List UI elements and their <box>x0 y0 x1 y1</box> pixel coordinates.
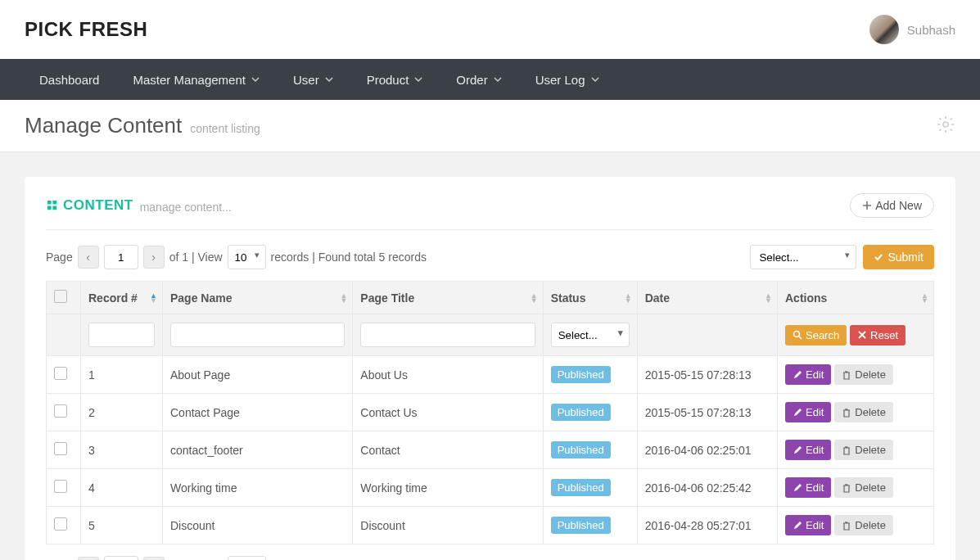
bulk-action-select[interactable]: Select... <box>750 245 856 269</box>
cell-status: Published <box>543 507 637 544</box>
content-icon <box>46 199 58 211</box>
nav-master-management[interactable]: Master Management <box>118 59 274 100</box>
delete-button[interactable]: Delete <box>834 364 893 385</box>
select-all-checkbox[interactable] <box>54 290 67 303</box>
panel-subtitle: manage content... <box>140 201 232 214</box>
nav-order[interactable]: Order <box>441 59 516 100</box>
cell-page-name: Working time <box>163 469 353 507</box>
cell-status: Published <box>543 431 637 469</box>
panel-title-text: CONTENT <box>63 197 133 214</box>
delete-button[interactable]: Delete <box>834 477 893 498</box>
header-actions: Actions▲▼ <box>777 282 933 314</box>
header-status[interactable]: Status▲▼ <box>543 282 637 314</box>
row-checkbox[interactable] <box>54 404 67 418</box>
cell-actions: Edit Delete <box>777 394 933 431</box>
edit-icon <box>793 370 802 380</box>
cell-date: 2016-04-28 05:27:01 <box>637 507 777 544</box>
page-input[interactable] <box>104 556 138 560</box>
cell-page-name: Discount <box>163 507 353 544</box>
edit-button[interactable]: Edit <box>785 477 831 498</box>
page-label: Page <box>46 251 73 264</box>
search-icon <box>793 330 802 340</box>
settings-gear-icon[interactable] <box>936 115 955 137</box>
trash-icon <box>842 521 851 531</box>
page-next-button[interactable]: › <box>143 557 165 560</box>
chevron-down-icon <box>494 75 502 84</box>
trash-icon <box>842 408 851 418</box>
nav-dashboard[interactable]: Dashboard <box>25 59 114 100</box>
page-subtitle: content listing <box>190 122 260 135</box>
edit-button[interactable]: Edit <box>785 515 831 535</box>
cell-actions: Edit Delete <box>777 356 933 394</box>
panel-header: CONTENT manage content... Add New <box>46 193 934 230</box>
nav-user[interactable]: User <box>278 59 348 100</box>
add-new-button[interactable]: Add New <box>850 193 934 218</box>
panel-title: CONTENT <box>46 197 133 214</box>
status-badge: Published <box>551 441 611 458</box>
filter-record[interactable] <box>88 323 155 347</box>
header-date[interactable]: Date▲▼ <box>637 282 777 314</box>
nav-label: Master Management <box>133 73 246 87</box>
row-checkbox[interactable] <box>54 517 67 531</box>
nav-product[interactable]: Product <box>352 59 438 100</box>
table-row: 5DiscountDiscountPublished2016-04-28 05:… <box>47 507 934 544</box>
user-area[interactable]: Subhash <box>869 15 955 44</box>
nav-user-log[interactable]: User Log <box>521 59 614 100</box>
page-input[interactable] <box>104 245 138 269</box>
header-record[interactable]: Record #▲▼ <box>81 282 163 314</box>
view-select[interactable]: 10 <box>228 556 266 560</box>
trash-icon <box>842 483 851 493</box>
edit-button[interactable]: Edit <box>785 402 831 422</box>
content-table: Record #▲▼ Page Name▲▼ Page Title▲▼ Stat… <box>46 281 934 544</box>
content-panel: CONTENT manage content... Add New Page ‹… <box>25 177 955 560</box>
page-prev-button[interactable]: ‹ <box>78 557 99 560</box>
edit-icon <box>793 483 802 493</box>
view-select[interactable]: 10 <box>228 245 266 269</box>
reset-button[interactable]: Reset <box>850 325 905 345</box>
main-nav: Dashboard Master Management User Product… <box>0 59 980 100</box>
cell-page-title: Working time <box>353 469 543 507</box>
row-checkbox[interactable] <box>54 480 67 493</box>
delete-button[interactable]: Delete <box>834 440 893 460</box>
cell-actions: Edit Delete <box>777 469 933 507</box>
page-prev-button[interactable]: ‹ <box>78 246 99 269</box>
header-page-name[interactable]: Page Name▲▼ <box>163 282 353 314</box>
edit-icon <box>793 521 802 531</box>
cell-page-name: Contact Page <box>163 394 353 431</box>
records-text: records | Found total 5 records <box>271 251 427 264</box>
filter-page-name[interactable] <box>170 323 345 347</box>
username: Subhash <box>907 23 955 37</box>
edit-button[interactable]: Edit <box>785 440 831 460</box>
submit-button[interactable]: Submit <box>863 245 934 269</box>
status-badge: Published <box>551 404 611 421</box>
pager-bottom: Page ‹ › of 1 | View 10 records | Found … <box>46 556 934 560</box>
close-icon <box>857 330 867 340</box>
edit-button[interactable]: Edit <box>785 364 831 385</box>
cell-date: 2016-04-06 02:25:42 <box>637 469 777 507</box>
nav-label: User Log <box>535 73 585 87</box>
delete-button[interactable]: Delete <box>834 402 893 422</box>
filter-status-select[interactable]: Select... <box>551 323 630 347</box>
nav-label: Dashboard <box>39 73 99 87</box>
chevron-down-icon <box>325 75 333 84</box>
header-checkbox <box>47 282 81 314</box>
avatar[interactable] <box>869 15 899 44</box>
cell-page-name: contact_footer <box>163 431 353 469</box>
plus-icon <box>862 201 872 210</box>
table-row: 1About PageAbout UsPublished2015-05-15 0… <box>47 356 934 394</box>
edit-icon <box>793 408 802 418</box>
delete-button[interactable]: Delete <box>834 515 893 535</box>
search-button[interactable]: Search <box>785 325 847 345</box>
check-icon <box>874 252 883 262</box>
filter-page-title[interactable] <box>360 323 535 347</box>
chevron-down-icon <box>591 75 599 84</box>
nav-label: Product <box>367 73 409 87</box>
of-text: of 1 | View <box>169 251 223 264</box>
row-checkbox[interactable] <box>54 367 67 380</box>
cell-date: 2015-05-15 07:28:13 <box>637 356 777 394</box>
header-page-title[interactable]: Page Title▲▼ <box>353 282 543 314</box>
cell-record: 4 <box>81 469 163 507</box>
page-next-button[interactable]: › <box>143 246 165 269</box>
table-row: 2Contact PageContact UsPublished2015-05-… <box>47 394 934 431</box>
row-checkbox[interactable] <box>54 442 67 455</box>
